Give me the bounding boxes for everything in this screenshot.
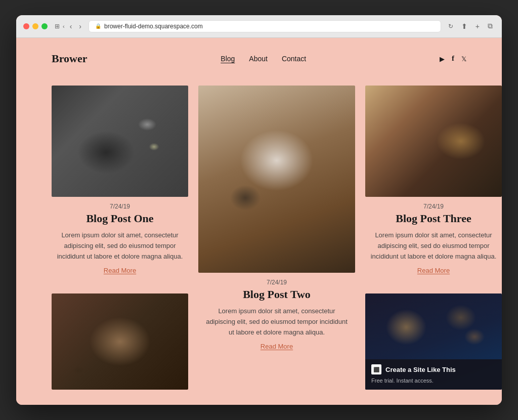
post1-meta: 7/24/19 Blog Post One Lorem ipsum dolor …: [52, 203, 188, 279]
squarespace-banner: ⬛ Create a Site Like This Free trial. In…: [365, 359, 502, 390]
squarespace-logo-icon: ⬛: [371, 364, 381, 374]
post1-image[interactable]: [52, 86, 188, 197]
address-bar[interactable]: 🔒 brower-fluid-demo.squarespace.com: [89, 20, 441, 32]
post2-meta: 7/24/19 Blog Post Two Lorem ipsum dolor …: [198, 279, 355, 355]
sidebar-icon[interactable]: ⊞: [55, 23, 60, 30]
site-logo[interactable]: Brower: [52, 52, 87, 65]
lock-icon: 🔒: [95, 23, 101, 29]
browser-window: ⊞ ‹ ‹ › 🔒 brower-fluid-demo.squarespace.…: [16, 15, 502, 405]
blog-card-3: 7/24/19 Blog Post Three Lorem ipsum dolo…: [365, 86, 502, 279]
site-nav: Blog About Contact: [221, 55, 306, 63]
minimize-button[interactable]: [32, 23, 38, 29]
squarespace-logo-row: ⬛ Create a Site Like This: [371, 364, 496, 374]
post3-date: 7/24/19: [365, 203, 502, 210]
post2-title: Blog Post Two: [198, 288, 355, 301]
post3-title: Blog Post Three: [365, 212, 502, 225]
blog-grid: 7/24/19 Blog Post One Lorem ipsum dolor …: [16, 75, 502, 405]
post1-read-more[interactable]: Read More: [52, 267, 188, 274]
browser-chrome: ⊞ ‹ ‹ › 🔒 brower-fluid-demo.squarespace.…: [16, 15, 502, 38]
nav-blog[interactable]: Blog: [221, 55, 235, 63]
post3-meta: 7/24/19 Blog Post Three Lorem ipsum dolo…: [365, 203, 502, 279]
nav-about[interactable]: About: [249, 55, 268, 63]
browser-actions: ↻ ⬆ + ⧉: [446, 21, 495, 31]
browser-controls: ⊞ ‹ ‹ ›: [55, 21, 83, 31]
post3-read-more[interactable]: Read More: [365, 267, 502, 274]
new-tab-button[interactable]: +: [473, 21, 482, 31]
twitter-icon[interactable]: [461, 55, 466, 63]
post3-image[interactable]: [365, 86, 502, 197]
post1-title: Blog Post One: [52, 212, 188, 225]
squarespace-subtitle: Free trial. Instant access.: [371, 377, 434, 384]
col-middle: 7/24/19 Blog Post Two Lorem ipsum dolor …: [198, 86, 355, 390]
post4-image[interactable]: [52, 293, 188, 390]
post1-excerpt: Lorem ipsum dolor sit amet, consectetur …: [52, 230, 188, 262]
facebook-icon[interactable]: [452, 54, 454, 63]
share-button[interactable]: ⬆: [459, 21, 469, 31]
blog-card-4: [52, 293, 188, 390]
blog-card-2: 7/24/19 Blog Post Two Lorem ipsum dolor …: [198, 86, 355, 355]
post3-excerpt: Lorem ipsum dolor sit amet, consectetur …: [365, 230, 502, 262]
squarespace-card[interactable]: ⬛ Create a Site Like This Free trial. In…: [365, 293, 502, 390]
post2-date: 7/24/19: [198, 279, 355, 286]
squarespace-title: Create a Site Like This: [385, 366, 456, 373]
reload-button[interactable]: ↻: [446, 22, 455, 31]
url-text: brower-fluid-demo.squarespace.com: [104, 23, 203, 30]
maximize-button[interactable]: [41, 23, 48, 29]
social-icons: [440, 54, 466, 63]
post2-read-more[interactable]: Read More: [198, 343, 355, 350]
forward-button[interactable]: ›: [77, 21, 83, 31]
post2-excerpt: Lorem ipsum dolor sit amet, consectetur …: [198, 306, 355, 338]
tabs-button[interactable]: ⧉: [486, 21, 495, 31]
site-header: Brower Blog About Contact: [16, 38, 502, 75]
blog-card-1: 7/24/19 Blog Post One Lorem ipsum dolor …: [52, 86, 188, 279]
col-right: 7/24/19 Blog Post Three Lorem ipsum dolo…: [365, 86, 502, 390]
col-left: 7/24/19 Blog Post One Lorem ipsum dolor …: [52, 86, 188, 390]
nav-contact[interactable]: Contact: [282, 55, 306, 63]
traffic-lights: [23, 23, 48, 29]
back-chevron-icon: ‹: [63, 23, 65, 29]
post2-image[interactable]: [198, 86, 355, 273]
back-button[interactable]: ‹: [68, 21, 74, 31]
post1-date: 7/24/19: [52, 203, 188, 210]
close-button[interactable]: [23, 23, 29, 29]
youtube-icon[interactable]: [440, 55, 445, 63]
browser-body: Brower Blog About Contact 7/24/19: [16, 38, 502, 405]
